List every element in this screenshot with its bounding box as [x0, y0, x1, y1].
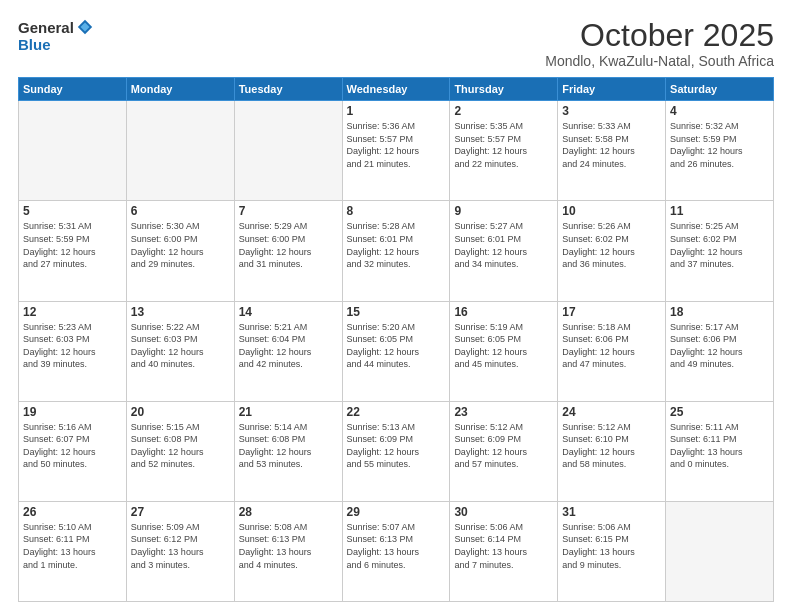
table-row: 11Sunrise: 5:25 AM Sunset: 6:02 PM Dayli…	[666, 201, 774, 301]
header: General Blue October 2025 Mondlo, KwaZul…	[18, 18, 774, 69]
day-info: Sunrise: 5:15 AM Sunset: 6:08 PM Dayligh…	[131, 421, 230, 471]
col-tuesday: Tuesday	[234, 78, 342, 101]
day-number: 22	[347, 405, 446, 419]
table-row	[666, 501, 774, 601]
table-row	[234, 101, 342, 201]
day-info: Sunrise: 5:27 AM Sunset: 6:01 PM Dayligh…	[454, 220, 553, 270]
day-number: 16	[454, 305, 553, 319]
day-number: 19	[23, 405, 122, 419]
table-row: 9Sunrise: 5:27 AM Sunset: 6:01 PM Daylig…	[450, 201, 558, 301]
table-row: 28Sunrise: 5:08 AM Sunset: 6:13 PM Dayli…	[234, 501, 342, 601]
day-number: 12	[23, 305, 122, 319]
table-row: 14Sunrise: 5:21 AM Sunset: 6:04 PM Dayli…	[234, 301, 342, 401]
table-row: 27Sunrise: 5:09 AM Sunset: 6:12 PM Dayli…	[126, 501, 234, 601]
day-info: Sunrise: 5:30 AM Sunset: 6:00 PM Dayligh…	[131, 220, 230, 270]
calendar-table: Sunday Monday Tuesday Wednesday Thursday…	[18, 77, 774, 602]
day-number: 5	[23, 204, 122, 218]
table-row: 31Sunrise: 5:06 AM Sunset: 6:15 PM Dayli…	[558, 501, 666, 601]
table-row: 23Sunrise: 5:12 AM Sunset: 6:09 PM Dayli…	[450, 401, 558, 501]
day-number: 17	[562, 305, 661, 319]
day-info: Sunrise: 5:09 AM Sunset: 6:12 PM Dayligh…	[131, 521, 230, 571]
day-number: 15	[347, 305, 446, 319]
col-wednesday: Wednesday	[342, 78, 450, 101]
table-row: 3Sunrise: 5:33 AM Sunset: 5:58 PM Daylig…	[558, 101, 666, 201]
table-row: 18Sunrise: 5:17 AM Sunset: 6:06 PM Dayli…	[666, 301, 774, 401]
day-info: Sunrise: 5:32 AM Sunset: 5:59 PM Dayligh…	[670, 120, 769, 170]
day-info: Sunrise: 5:13 AM Sunset: 6:09 PM Dayligh…	[347, 421, 446, 471]
day-info: Sunrise: 5:14 AM Sunset: 6:08 PM Dayligh…	[239, 421, 338, 471]
day-info: Sunrise: 5:21 AM Sunset: 6:04 PM Dayligh…	[239, 321, 338, 371]
day-number: 28	[239, 505, 338, 519]
logo-blue-text: Blue	[18, 36, 51, 53]
calendar-week-row: 12Sunrise: 5:23 AM Sunset: 6:03 PM Dayli…	[19, 301, 774, 401]
table-row: 30Sunrise: 5:06 AM Sunset: 6:14 PM Dayli…	[450, 501, 558, 601]
calendar-week-row: 5Sunrise: 5:31 AM Sunset: 5:59 PM Daylig…	[19, 201, 774, 301]
day-number: 2	[454, 104, 553, 118]
day-info: Sunrise: 5:29 AM Sunset: 6:00 PM Dayligh…	[239, 220, 338, 270]
day-info: Sunrise: 5:35 AM Sunset: 5:57 PM Dayligh…	[454, 120, 553, 170]
logo-icon	[76, 18, 94, 36]
day-info: Sunrise: 5:10 AM Sunset: 6:11 PM Dayligh…	[23, 521, 122, 571]
calendar-week-row: 1Sunrise: 5:36 AM Sunset: 5:57 PM Daylig…	[19, 101, 774, 201]
col-thursday: Thursday	[450, 78, 558, 101]
day-info: Sunrise: 5:23 AM Sunset: 6:03 PM Dayligh…	[23, 321, 122, 371]
table-row: 20Sunrise: 5:15 AM Sunset: 6:08 PM Dayli…	[126, 401, 234, 501]
day-info: Sunrise: 5:28 AM Sunset: 6:01 PM Dayligh…	[347, 220, 446, 270]
day-info: Sunrise: 5:36 AM Sunset: 5:57 PM Dayligh…	[347, 120, 446, 170]
logo-general-text: General	[18, 19, 74, 36]
table-row: 1Sunrise: 5:36 AM Sunset: 5:57 PM Daylig…	[342, 101, 450, 201]
table-row: 5Sunrise: 5:31 AM Sunset: 5:59 PM Daylig…	[19, 201, 127, 301]
day-number: 27	[131, 505, 230, 519]
day-info: Sunrise: 5:06 AM Sunset: 6:14 PM Dayligh…	[454, 521, 553, 571]
table-row: 2Sunrise: 5:35 AM Sunset: 5:57 PM Daylig…	[450, 101, 558, 201]
day-number: 21	[239, 405, 338, 419]
day-info: Sunrise: 5:31 AM Sunset: 5:59 PM Dayligh…	[23, 220, 122, 270]
day-number: 4	[670, 104, 769, 118]
table-row: 10Sunrise: 5:26 AM Sunset: 6:02 PM Dayli…	[558, 201, 666, 301]
table-row: 15Sunrise: 5:20 AM Sunset: 6:05 PM Dayli…	[342, 301, 450, 401]
table-row: 26Sunrise: 5:10 AM Sunset: 6:11 PM Dayli…	[19, 501, 127, 601]
table-row	[126, 101, 234, 201]
day-number: 11	[670, 204, 769, 218]
day-info: Sunrise: 5:20 AM Sunset: 6:05 PM Dayligh…	[347, 321, 446, 371]
day-number: 8	[347, 204, 446, 218]
day-info: Sunrise: 5:19 AM Sunset: 6:05 PM Dayligh…	[454, 321, 553, 371]
day-info: Sunrise: 5:18 AM Sunset: 6:06 PM Dayligh…	[562, 321, 661, 371]
day-info: Sunrise: 5:26 AM Sunset: 6:02 PM Dayligh…	[562, 220, 661, 270]
day-info: Sunrise: 5:22 AM Sunset: 6:03 PM Dayligh…	[131, 321, 230, 371]
table-row: 4Sunrise: 5:32 AM Sunset: 5:59 PM Daylig…	[666, 101, 774, 201]
table-row: 17Sunrise: 5:18 AM Sunset: 6:06 PM Dayli…	[558, 301, 666, 401]
day-number: 20	[131, 405, 230, 419]
table-row: 13Sunrise: 5:22 AM Sunset: 6:03 PM Dayli…	[126, 301, 234, 401]
day-info: Sunrise: 5:17 AM Sunset: 6:06 PM Dayligh…	[670, 321, 769, 371]
day-number: 10	[562, 204, 661, 218]
location: Mondlo, KwaZulu-Natal, South Africa	[545, 53, 774, 69]
calendar-week-row: 19Sunrise: 5:16 AM Sunset: 6:07 PM Dayli…	[19, 401, 774, 501]
day-number: 14	[239, 305, 338, 319]
day-number: 7	[239, 204, 338, 218]
day-number: 29	[347, 505, 446, 519]
table-row: 21Sunrise: 5:14 AM Sunset: 6:08 PM Dayli…	[234, 401, 342, 501]
col-saturday: Saturday	[666, 78, 774, 101]
table-row: 8Sunrise: 5:28 AM Sunset: 6:01 PM Daylig…	[342, 201, 450, 301]
day-info: Sunrise: 5:12 AM Sunset: 6:09 PM Dayligh…	[454, 421, 553, 471]
day-info: Sunrise: 5:08 AM Sunset: 6:13 PM Dayligh…	[239, 521, 338, 571]
table-row: 6Sunrise: 5:30 AM Sunset: 6:00 PM Daylig…	[126, 201, 234, 301]
month-title: October 2025	[545, 18, 774, 53]
day-info: Sunrise: 5:33 AM Sunset: 5:58 PM Dayligh…	[562, 120, 661, 170]
calendar-header-row: Sunday Monday Tuesday Wednesday Thursday…	[19, 78, 774, 101]
day-info: Sunrise: 5:25 AM Sunset: 6:02 PM Dayligh…	[670, 220, 769, 270]
table-row: 19Sunrise: 5:16 AM Sunset: 6:07 PM Dayli…	[19, 401, 127, 501]
table-row: 7Sunrise: 5:29 AM Sunset: 6:00 PM Daylig…	[234, 201, 342, 301]
day-number: 23	[454, 405, 553, 419]
page: General Blue October 2025 Mondlo, KwaZul…	[0, 0, 792, 612]
day-info: Sunrise: 5:12 AM Sunset: 6:10 PM Dayligh…	[562, 421, 661, 471]
table-row: 22Sunrise: 5:13 AM Sunset: 6:09 PM Dayli…	[342, 401, 450, 501]
table-row: 29Sunrise: 5:07 AM Sunset: 6:13 PM Dayli…	[342, 501, 450, 601]
day-number: 9	[454, 204, 553, 218]
table-row: 25Sunrise: 5:11 AM Sunset: 6:11 PM Dayli…	[666, 401, 774, 501]
day-info: Sunrise: 5:11 AM Sunset: 6:11 PM Dayligh…	[670, 421, 769, 471]
col-monday: Monday	[126, 78, 234, 101]
day-number: 26	[23, 505, 122, 519]
col-sunday: Sunday	[19, 78, 127, 101]
